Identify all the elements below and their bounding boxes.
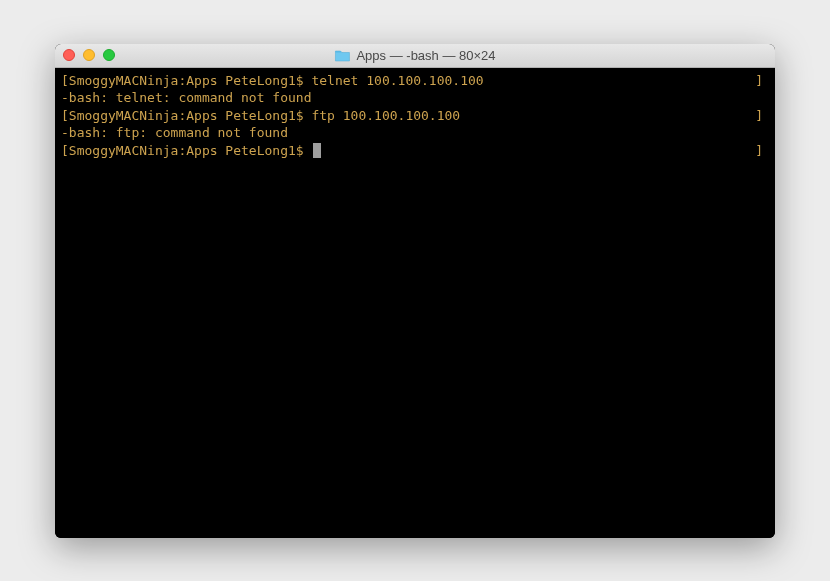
folder-icon — [334, 49, 350, 62]
terminal-line: [SmoggyMACNinja:Apps PeteLong1$ ftp 100.… — [61, 107, 769, 125]
terminal-window: Apps — -bash — 80×24 [SmoggyMACNinja:App… — [55, 44, 775, 538]
prompt: SmoggyMACNinja:Apps PeteLong1$ — [69, 108, 312, 123]
bracket-close: ] — [755, 142, 763, 160]
output-text: -bash: ftp: command not found — [61, 125, 288, 140]
terminal-line: -bash: telnet: command not found — [61, 89, 769, 107]
cursor — [313, 143, 321, 158]
minimize-button[interactable] — [83, 49, 95, 61]
prompt: SmoggyMACNinja:Apps PeteLong1$ — [69, 73, 312, 88]
terminal-line: [SmoggyMACNinja:Apps PeteLong1$ ] — [61, 142, 769, 160]
bracket-close: ] — [755, 72, 763, 90]
traffic-lights — [63, 49, 115, 61]
prompt: SmoggyMACNinja:Apps PeteLong1$ — [69, 143, 312, 158]
bracket-close: ] — [755, 107, 763, 125]
window-title-area: Apps — -bash — 80×24 — [334, 48, 495, 63]
titlebar[interactable]: Apps — -bash — 80×24 — [55, 44, 775, 68]
command-text: telnet 100.100.100.100 — [311, 73, 483, 88]
command-text: ftp 100.100.100.100 — [311, 108, 460, 123]
terminal-line: -bash: ftp: command not found — [61, 124, 769, 142]
close-button[interactable] — [63, 49, 75, 61]
terminal-body[interactable]: [SmoggyMACNinja:Apps PeteLong1$ telnet 1… — [55, 68, 775, 538]
bracket-open: [ — [61, 108, 69, 123]
bracket-open: [ — [61, 73, 69, 88]
maximize-button[interactable] — [103, 49, 115, 61]
bracket-open: [ — [61, 143, 69, 158]
window-title: Apps — -bash — 80×24 — [356, 48, 495, 63]
output-text: -bash: telnet: command not found — [61, 90, 311, 105]
terminal-line: [SmoggyMACNinja:Apps PeteLong1$ telnet 1… — [61, 72, 769, 90]
